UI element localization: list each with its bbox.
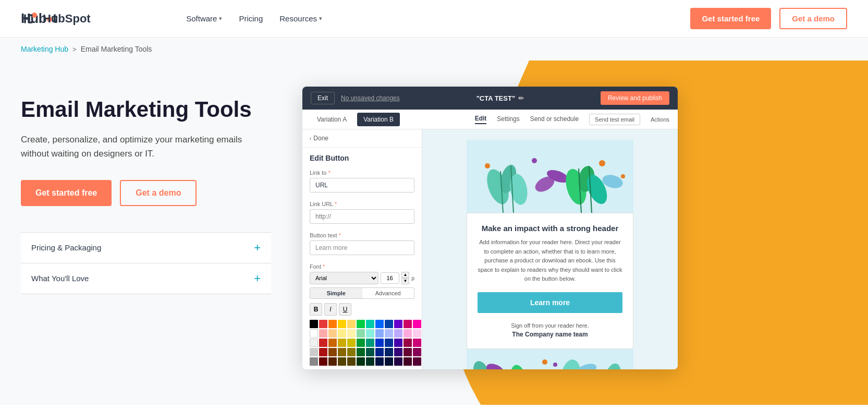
link-url-input[interactable] [310,209,414,224]
color-swatch-red1[interactable] [319,320,327,328]
panel-send-test-button[interactable]: Send test email [589,114,640,125]
link-to-select[interactable]: URL [310,178,414,193]
panel-settings-tab[interactable]: Settings [497,115,519,124]
color-swatch-red3[interactable] [319,339,327,347]
color-swatch-teal1[interactable] [366,320,374,328]
nav-get-started-button[interactable]: Get started free [690,8,771,29]
color-swatch-green4[interactable] [357,348,365,356]
button-text-input[interactable] [310,240,414,255]
color-swatch-yellow3[interactable] [338,329,346,338]
color-swatch-red2[interactable] [319,329,327,338]
font-size-input[interactable] [381,272,399,284]
color-swatch-pink5[interactable] [404,339,412,347]
color-swatch-black[interactable] [310,320,318,328]
color-swatch-green5[interactable] [357,357,365,366]
panel-edit-tab[interactable]: Edit [475,115,487,124]
color-swatch-purple2[interactable] [394,329,402,338]
italic-button[interactable]: I [324,303,337,316]
nav-software[interactable]: Software ▾ [186,14,222,23]
color-swatch-pink1[interactable] [404,320,412,328]
underline-button[interactable]: U [339,303,351,316]
color-swatch-purple1[interactable] [394,320,402,328]
edit-back-button[interactable]: ‹ Done [302,129,422,148]
color-swatch-yellow4[interactable] [347,329,356,338]
color-swatch-pink4[interactable] [413,329,421,338]
color-swatch-pink9[interactable] [404,357,412,366]
color-swatch-gray2[interactable] [310,348,318,356]
color-swatch-yellow9[interactable] [338,357,346,366]
color-swatch-yellow10[interactable] [347,357,356,366]
panel-title-edit-icon[interactable]: ✏ [518,94,524,102]
color-swatch-purple3[interactable] [394,339,402,347]
color-swatch-pink8[interactable] [413,348,421,356]
color-swatch-green2[interactable] [357,329,365,338]
panel-actions-button[interactable]: Actions [651,116,669,123]
color-swatch-pink6[interactable] [413,339,421,347]
hero-get-demo-button[interactable]: Get a demo [120,180,197,206]
color-swatch-yellow6[interactable] [347,339,356,347]
color-swatch-pink3[interactable] [404,329,412,338]
color-swatch-green1[interactable] [357,320,365,328]
panel-exit-button[interactable]: Exit [311,92,335,104]
panel-unsaved-changes[interactable]: No unsaved changes [341,94,400,102]
color-swatch-purple4[interactable] [394,348,402,356]
panel-publish-button[interactable]: Review and publish [601,91,669,105]
color-swatch-pink2[interactable] [413,320,421,328]
color-swatch-blue2[interactable] [385,320,393,328]
font-select[interactable]: Arial [310,272,378,284]
color-swatch-blue3[interactable] [375,329,384,338]
color-swatch-pink10[interactable] [413,357,421,366]
color-swatch-teal2[interactable] [366,329,374,338]
color-swatch-orange1[interactable] [328,320,337,328]
color-swatch-teal3[interactable] [366,339,374,347]
color-swatch-purple5[interactable] [394,357,402,366]
color-swatch-red5[interactable] [319,357,327,366]
accordion-header-pricing[interactable]: Pricing & Packaging + [21,233,271,263]
color-swatch-blue10[interactable] [385,357,393,366]
color-swatch-white[interactable] [310,329,318,338]
color-swatch-red4[interactable] [319,348,327,356]
color-swatch-green3[interactable] [357,339,365,347]
bold-button[interactable]: B [310,303,322,316]
color-swatch-blue5[interactable] [375,339,384,347]
font-size-down[interactable]: ▼ [401,278,410,284]
breadcrumb-parent-link[interactable]: Marketing Hub [21,45,68,53]
advanced-tab[interactable]: Advanced [362,288,414,298]
preview-learn-more-button[interactable]: Learn more [478,292,622,313]
hero-get-started-button[interactable]: Get started free [21,180,112,206]
color-swatch-blue1[interactable] [375,320,384,328]
nav-resources[interactable]: Resources ▾ [279,14,322,23]
color-swatch-gray1[interactable] [310,339,318,347]
color-swatch-pink7[interactable] [404,348,412,356]
color-swatch-blue4[interactable] [385,329,393,338]
hubspot-logo[interactable]: HubSpot [21,9,91,29]
color-swatch-yellow5[interactable] [338,339,346,347]
color-swatch-teal5[interactable] [366,357,374,366]
nav-get-demo-button[interactable]: Get a demo [779,8,847,29]
panel-variation-b-tab[interactable]: Variation B [357,113,400,126]
simple-tab[interactable]: Simple [310,288,362,298]
color-swatch-yellow2[interactable] [347,320,356,328]
color-swatch-blue8[interactable] [385,348,393,356]
color-swatch-gray3[interactable] [310,357,318,366]
color-swatch-yellow7[interactable] [338,348,346,356]
panel-send-schedule-tab[interactable]: Send or schedule [530,115,579,124]
accordion-header-love[interactable]: What You'll Love + [21,263,271,294]
color-swatch-teal4[interactable] [366,348,374,356]
nav-pricing[interactable]: Pricing [239,14,263,23]
color-swatch-orange2[interactable] [328,329,337,338]
color-row-5 [310,357,414,366]
color-swatch-blue9[interactable] [375,357,384,366]
panel-variation-a-tab[interactable]: Variation A [311,113,353,126]
accordion: Pricing & Packaging + What You'll Love + [21,232,271,294]
color-swatch-blue7[interactable] [375,348,384,356]
link-to-select-wrapper: URL [310,178,414,193]
accordion-expand-icon-pricing: + [254,242,261,254]
color-swatch-orange3[interactable] [328,339,337,347]
color-swatch-orange5[interactable] [328,357,337,366]
color-swatch-yellow8[interactable] [347,348,356,356]
color-swatch-blue6[interactable] [385,339,393,347]
color-swatch-yellow1[interactable] [338,320,346,328]
color-swatch-orange4[interactable] [328,348,337,356]
font-size-up[interactable]: ▲ [401,272,410,278]
